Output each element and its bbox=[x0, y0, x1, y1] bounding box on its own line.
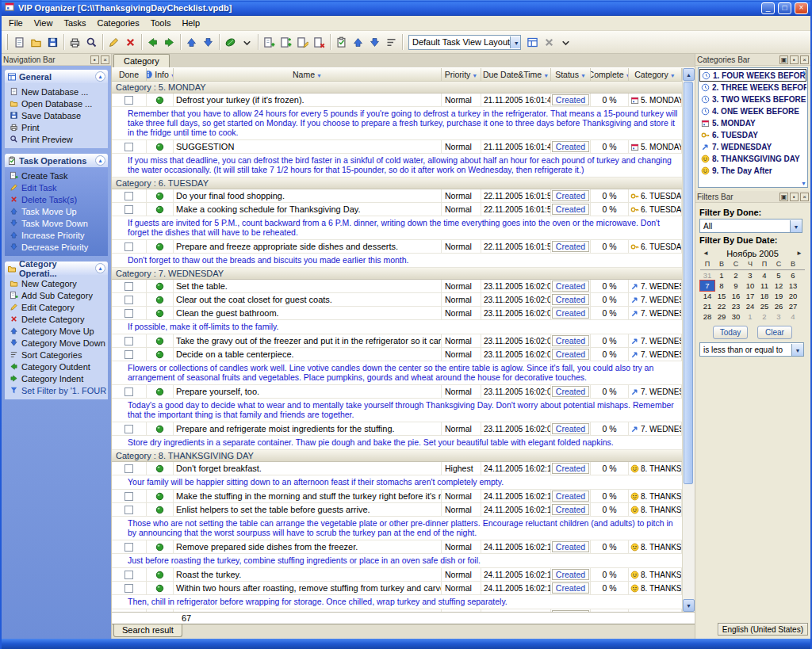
pin-icon[interactable] bbox=[790, 193, 799, 201]
add-sub-task-button[interactable] bbox=[278, 33, 294, 51]
task-row[interactable]: Prepare and freeze appropriate side dish… bbox=[112, 240, 682, 254]
task-checkbox[interactable] bbox=[124, 543, 133, 552]
menu-help[interactable]: Help bbox=[176, 17, 205, 29]
open-database-button[interactable] bbox=[28, 33, 44, 51]
category-group-header[interactable]: Category : 5. MONDAY bbox=[112, 82, 682, 94]
calendar-day[interactable]: 16 bbox=[729, 291, 743, 301]
calendar-day[interactable]: 19 bbox=[772, 291, 786, 301]
task-checkbox[interactable] bbox=[124, 242, 133, 251]
nav-item-edit-category[interactable]: Edit Category bbox=[6, 301, 106, 313]
nav-section-header[interactable]: General bbox=[5, 70, 108, 83]
nav-item-save-database[interactable]: Save Database bbox=[6, 109, 106, 121]
menu-tools[interactable]: Tools bbox=[145, 17, 177, 29]
move-up-button[interactable] bbox=[183, 33, 200, 51]
layout-combo[interactable]: Default Task View Layout bbox=[408, 35, 521, 50]
task-checkbox[interactable] bbox=[124, 506, 133, 514]
task-move-up-button[interactable] bbox=[350, 33, 366, 51]
nav-item-print-preview[interactable]: Print Preview bbox=[6, 133, 106, 145]
calendar-day[interactable]: 15 bbox=[714, 291, 729, 301]
task-checkbox[interactable] bbox=[124, 337, 133, 345]
task-move-down-button[interactable] bbox=[366, 33, 383, 51]
category-item-5-monday[interactable]: 5. MONDAY bbox=[699, 117, 806, 129]
move-down-button[interactable] bbox=[200, 33, 216, 51]
nav-item-print[interactable]: Print bbox=[6, 121, 106, 133]
calendar-day[interactable]: 29 bbox=[714, 311, 729, 322]
new-database-button[interactable] bbox=[11, 33, 28, 51]
calendar-day[interactable]: 30 bbox=[729, 311, 743, 322]
task-row[interactable]: Make a cooking schedule for Thanksgiving… bbox=[112, 203, 682, 216]
nav-item-decrease-priority[interactable]: Decrease Priority bbox=[6, 241, 106, 253]
task-checkbox[interactable] bbox=[124, 425, 133, 433]
task-row[interactable]: Once guests start to arrive, give each c… bbox=[112, 609, 682, 612]
calendar-day[interactable]: 11 bbox=[757, 281, 772, 291]
chevron-up-icon[interactable] bbox=[95, 155, 105, 166]
task-row[interactable]: Don't forget breakfast.Highest24.11.2005… bbox=[112, 462, 682, 475]
task-row[interactable]: Defrost your turkey (if it's frozen).Nor… bbox=[112, 94, 682, 107]
task-checkbox[interactable] bbox=[124, 309, 133, 318]
chevron-down-icon[interactable] bbox=[791, 344, 803, 356]
task-checkbox[interactable] bbox=[124, 96, 133, 105]
task-row[interactable]: Roast the turkey.Normal24.11.2005 16:02:… bbox=[112, 568, 682, 582]
calendar-day[interactable]: 3 bbox=[772, 311, 786, 322]
close-icon[interactable] bbox=[101, 55, 109, 64]
column-header-status[interactable]: Status bbox=[551, 68, 591, 82]
calendar-day[interactable]: 1 bbox=[714, 270, 729, 281]
next-month-icon[interactable] bbox=[794, 250, 805, 257]
category-item-2-three-weeks-before[interactable]: 2. THREE WEEKS BEFORE bbox=[699, 82, 806, 94]
maximize-button[interactable] bbox=[778, 2, 791, 14]
task-row[interactable]: Set the table.Normal23.11.2005 16:02:05C… bbox=[112, 280, 682, 293]
calendar-day[interactable]: 2 bbox=[757, 311, 772, 322]
calendar-day[interactable]: 31 bbox=[700, 270, 714, 281]
task-row[interactable]: Do your final food shopping.Normal22.11.… bbox=[112, 189, 682, 203]
back-button[interactable] bbox=[144, 33, 161, 51]
column-header-name[interactable]: Name bbox=[174, 68, 442, 82]
category-item-4-one-week-before[interactable]: 4. ONE WEEK BEFORE bbox=[699, 105, 806, 117]
chevron-up-icon[interactable] bbox=[95, 263, 105, 273]
menu-categories[interactable]: Categories bbox=[92, 17, 145, 29]
calendar-day[interactable]: 21 bbox=[700, 301, 714, 311]
calendar-day[interactable]: 4 bbox=[757, 270, 772, 281]
calendar-day[interactable]: 14 bbox=[700, 291, 714, 301]
nav-item-category-indent[interactable]: Category Indent bbox=[6, 372, 106, 384]
filter-dropdown-icon[interactable] bbox=[670, 70, 676, 79]
calendar-day[interactable]: 25 bbox=[757, 301, 772, 311]
task-checkbox[interactable] bbox=[124, 584, 133, 593]
column-header-done[interactable]: Done bbox=[112, 68, 147, 82]
calendar-day[interactable]: 27 bbox=[786, 301, 800, 311]
category-item-9-the-day-after[interactable]: 9. The Day After bbox=[699, 165, 806, 177]
calendar-day[interactable]: 4 bbox=[786, 311, 800, 322]
calendar-day[interactable]: 18 bbox=[757, 291, 772, 301]
calendar-day[interactable]: 28 bbox=[700, 311, 714, 322]
print-preview-button[interactable] bbox=[83, 33, 100, 51]
task-row[interactable]: Enlist helpers to set the table before g… bbox=[112, 503, 682, 517]
column-header-complete[interactable]: Complete bbox=[591, 68, 629, 82]
calendar-day[interactable]: 22 bbox=[714, 301, 729, 311]
category-item-3-two-weeks-before[interactable]: 3. TWO WEEKS BEFORE bbox=[699, 94, 806, 105]
nav-item-task-move-down[interactable]: Task Move Down bbox=[6, 217, 106, 229]
category-item-7-wednesday[interactable]: 7. WEDNESDAY bbox=[699, 141, 806, 153]
tab-category[interactable]: Category bbox=[113, 54, 170, 67]
due-date-comparison-select[interactable]: is less than or equal to bbox=[699, 342, 804, 357]
float-icon[interactable] bbox=[779, 55, 788, 64]
calendar-day[interactable]: 17 bbox=[743, 291, 757, 301]
save-database-button[interactable] bbox=[44, 33, 61, 51]
column-header-info[interactable]: Info bbox=[147, 68, 174, 82]
menu-view[interactable]: View bbox=[29, 17, 59, 29]
calendar-day[interactable]: 2 bbox=[729, 270, 743, 281]
filter-by-done-select[interactable]: All bbox=[699, 219, 802, 233]
delete-layout-button[interactable] bbox=[541, 33, 557, 51]
nav-item-open-database[interactable]: Open Database ... bbox=[6, 97, 106, 109]
filter-dropdown-icon[interactable] bbox=[316, 70, 322, 79]
calendar-day[interactable]: 26 bbox=[772, 301, 786, 311]
calendar-day[interactable]: 10 bbox=[743, 281, 757, 291]
filter-dropdown-icon[interactable] bbox=[472, 70, 477, 79]
calendar-day[interactable]: 13 bbox=[786, 281, 800, 291]
task-checkbox[interactable] bbox=[124, 282, 133, 291]
category-item-8-thanksgiving-day[interactable]: 8. THANKSGIVING DAY bbox=[699, 153, 806, 165]
delete-button[interactable] bbox=[122, 33, 139, 51]
task-row[interactable]: Clean the guest bathroom.Normal23.11.200… bbox=[112, 307, 682, 320]
today-button[interactable]: Today bbox=[713, 326, 748, 339]
close-button[interactable] bbox=[795, 2, 808, 14]
task-row[interactable]: Decide on a table centerpiece.Normal23.1… bbox=[112, 348, 682, 361]
nav-item-set-filter-by-1-four-we[interactable]: Set Filter by '1. FOUR WE... bbox=[6, 384, 106, 396]
